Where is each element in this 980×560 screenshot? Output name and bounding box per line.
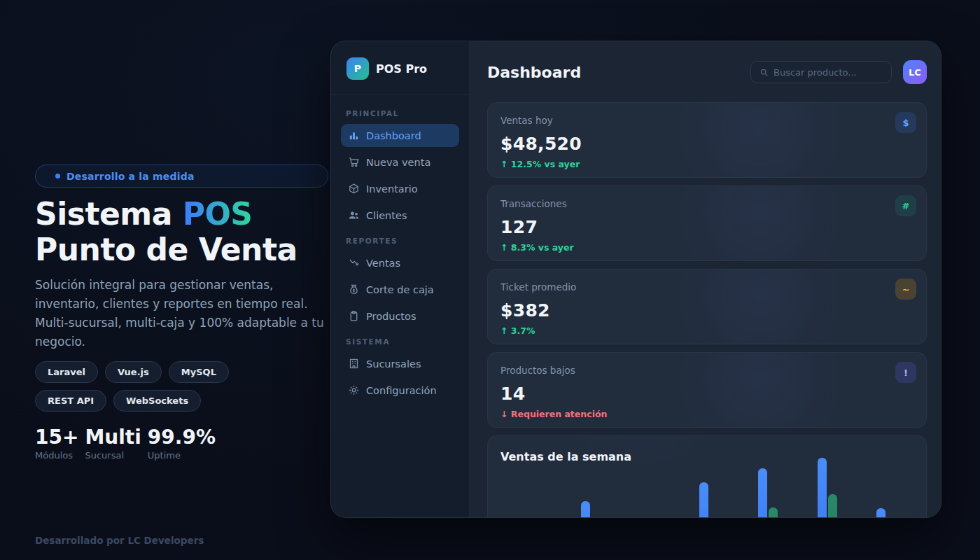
tag-mysql[interactable]: MySQL xyxy=(169,361,229,383)
sidebar-nav: PRINCIPAL Dashboard Nueva venta Inventar… xyxy=(331,95,469,423)
bar-green-6 xyxy=(828,494,837,518)
sidebar-item-nueva-venta[interactable]: Nueva venta xyxy=(341,150,459,174)
stat-card-ticket-promedio: Ticket promedio $382 ↑ 3.7% ~ xyxy=(487,269,927,344)
app-logo: P xyxy=(346,57,369,80)
card-label: Ventas hoy xyxy=(500,115,913,126)
card-trend: ↑ 12.5% vs ayer xyxy=(500,159,913,169)
badge-label: Desarrollo a la medida xyxy=(66,171,195,182)
sidebar-item-label: Corte de caja xyxy=(366,284,434,295)
card-value: $382 xyxy=(500,300,913,321)
card-trend: ↑ 3.7% xyxy=(500,326,913,336)
tilde-icon: ~ xyxy=(895,279,916,300)
card-label: Transacciones xyxy=(500,198,913,209)
tag-vuejs[interactable]: Vue.js xyxy=(105,361,162,383)
package-icon xyxy=(348,183,360,195)
hero-badge: Desarrollo a la medida xyxy=(35,164,328,188)
sidebar-item-clientes[interactable]: Clientes xyxy=(341,204,459,227)
stat-modulos: 15+ Módulos xyxy=(35,427,78,461)
sidebar-item-label: Inventario xyxy=(366,183,418,195)
bar-group-6 xyxy=(818,458,837,518)
bar-group-5 xyxy=(758,468,778,518)
sidebar-item-productos[interactable]: Productos xyxy=(341,304,459,328)
sidebar-item-ventas[interactable]: Ventas xyxy=(341,251,459,274)
line-chart-icon xyxy=(348,257,360,269)
card-value: 14 xyxy=(500,384,913,404)
stat-uptime: 99.9% Uptime xyxy=(148,427,216,461)
alert-icon: ! xyxy=(895,362,916,383)
dollar-icon: $ xyxy=(895,112,916,133)
bar-blue-5 xyxy=(758,468,767,518)
cart-icon xyxy=(348,156,360,168)
sidebar-item-corte-de-caja[interactable]: Corte de caja xyxy=(341,278,459,301)
sidebar-item-label: Clientes xyxy=(366,210,407,221)
gear-icon xyxy=(348,384,360,396)
tag-laravel[interactable]: Laravel xyxy=(35,361,98,383)
stat-label: Sucursal xyxy=(85,450,141,461)
hero-section: Desarrollo a la medida Sistema POSPunto … xyxy=(35,164,330,461)
stats-row: 15+ Módulos Multi Sucursal 99.9% Uptime xyxy=(35,427,330,461)
avatar[interactable]: LC xyxy=(903,60,927,84)
dashboard-header: Dashboard Buscar producto... LC xyxy=(487,59,927,85)
sidebar-item-label: Ventas xyxy=(366,258,400,269)
money-bag-icon xyxy=(348,284,360,295)
search-input[interactable]: Buscar producto... xyxy=(750,61,892,83)
card-trend: ↓ Requieren atención xyxy=(500,409,913,419)
bar-blue-7 xyxy=(876,508,886,518)
hero-description: Solución integral para gestionar ventas,… xyxy=(35,276,330,351)
sidebar-item-dashboard[interactable]: Dashboard xyxy=(341,124,459,147)
badge-dot-icon xyxy=(55,174,60,178)
page-title: Sistema POSPunto de Venta xyxy=(35,196,330,267)
bar-group-2 xyxy=(581,501,601,518)
sidebar-section-sistema: SISTEMA Sucursales Configuración xyxy=(341,337,459,402)
sidebar-item-sucursales[interactable]: Sucursales xyxy=(341,352,459,375)
sidebar-item-label: Nueva venta xyxy=(366,157,430,168)
stat-label: Módulos xyxy=(35,450,78,461)
dashboard-main: Dashboard Buscar producto... LC Ventas h… xyxy=(470,41,941,517)
app-name: POS Pro xyxy=(376,62,427,76)
title-part1: Sistema xyxy=(35,196,183,232)
bar-group-7 xyxy=(876,508,896,518)
title-line2: Punto de Venta xyxy=(35,232,298,267)
stat-card-productos-bajos: Productos bajos 14 ↓ Requieren atención … xyxy=(487,352,927,428)
card-value: $48,520 xyxy=(500,134,913,154)
stat-label: Uptime xyxy=(148,450,216,461)
title-accent: POS xyxy=(183,196,253,232)
stat-value: Multi xyxy=(85,427,141,448)
section-label: REPORTES xyxy=(346,237,459,245)
bar-group-4 xyxy=(699,482,719,518)
footer-credit: Desarrollado por LC Developers xyxy=(35,535,204,546)
sidebar-item-label: Configuración xyxy=(366,385,437,396)
chart-bars xyxy=(522,449,896,518)
bar-chart-icon xyxy=(348,130,360,141)
card-label: Ticket promedio xyxy=(500,281,913,293)
sidebar-item-inventario[interactable]: Inventario xyxy=(341,177,459,200)
card-label: Productos bajos xyxy=(500,365,913,376)
tag-rest-api[interactable]: REST API xyxy=(35,390,106,412)
bar-green-5 xyxy=(769,507,778,518)
card-value: 127 xyxy=(500,217,913,237)
search-placeholder: Buscar producto... xyxy=(774,67,857,78)
sidebar: P POS Pro PRINCIPAL Dashboard Nueva vent… xyxy=(331,41,470,517)
clipboard-icon xyxy=(348,310,360,322)
users-icon xyxy=(348,209,360,221)
bar-blue-2 xyxy=(581,501,590,518)
stat-sucursal: Multi Sucursal xyxy=(85,427,141,461)
stat-card-transacciones: Transacciones 127 ↑ 8.3% vs ayer # xyxy=(487,186,927,261)
brand-header: P POS Pro xyxy=(331,41,469,95)
building-icon xyxy=(348,358,360,370)
sidebar-item-configuracion[interactable]: Configuración xyxy=(341,379,459,402)
sidebar-section-reportes: REPORTES Ventas Corte de caja Productos xyxy=(341,237,459,328)
hash-icon: # xyxy=(895,195,916,216)
section-label: PRINCIPAL xyxy=(346,109,459,118)
section-label: SISTEMA xyxy=(346,337,459,346)
search-icon xyxy=(760,68,769,77)
stat-value: 15+ xyxy=(35,427,78,448)
tech-tags: Laravel Vue.js MySQL REST API WebSockets xyxy=(35,361,273,412)
card-trend: ↑ 8.3% vs ayer xyxy=(500,242,913,253)
dashboard-mockup: P POS Pro PRINCIPAL Dashboard Nueva vent… xyxy=(330,41,941,518)
tag-websockets[interactable]: WebSockets xyxy=(113,390,201,412)
stat-card-ventas-hoy: Ventas hoy $48,520 ↑ 12.5% vs ayer $ xyxy=(487,102,927,178)
bar-blue-4 xyxy=(699,482,708,518)
sidebar-item-label: Dashboard xyxy=(366,130,421,141)
bar-blue-6 xyxy=(818,458,827,518)
